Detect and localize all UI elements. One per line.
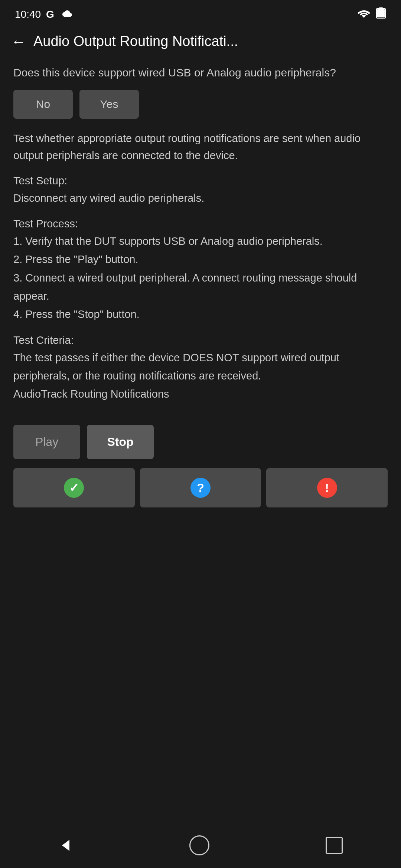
status-left: 10:40 G xyxy=(15,9,73,20)
main-content: Does this device support wired USB or An… xyxy=(0,57,401,825)
toolbar: ← Audio Output Routing Notificati... xyxy=(0,26,401,57)
back-button[interactable]: ← xyxy=(11,34,26,49)
svg-rect-1 xyxy=(379,7,383,9)
description-text: Test whether appropriate output routing … xyxy=(13,130,388,164)
yes-no-buttons: No Yes xyxy=(13,90,388,119)
test-setup-body: Disconnect any wired audio peripherals. xyxy=(13,189,388,207)
fail-button[interactable]: ! xyxy=(266,468,388,507)
action-buttons: Play Stop xyxy=(13,425,388,459)
nav-back-button[interactable] xyxy=(58,838,73,853)
question-text: Does this device support wired USB or An… xyxy=(13,64,388,81)
play-button[interactable]: Play xyxy=(13,425,80,459)
home-circle-icon xyxy=(189,835,209,855)
nav-bar xyxy=(0,825,401,868)
check-icon: ✓ xyxy=(64,478,84,498)
question-icon: ? xyxy=(190,478,211,498)
info-button[interactable]: ? xyxy=(140,468,261,507)
exclaim-icon: ! xyxy=(317,478,337,498)
test-setup-title: Test Setup: xyxy=(13,175,388,187)
stop-button[interactable]: Stop xyxy=(87,425,154,459)
recent-square-icon xyxy=(326,837,343,854)
wifi-icon xyxy=(357,8,371,22)
svg-marker-3 xyxy=(62,840,69,851)
cloud-icon xyxy=(59,9,73,20)
status-right xyxy=(357,7,386,22)
status-bar: 10:40 G xyxy=(0,0,401,26)
test-process-title: Test Process: xyxy=(13,218,388,230)
page-title: Audio Output Routing Notificati... xyxy=(33,33,390,49)
svg-rect-2 xyxy=(377,9,385,17)
time-display: 10:40 xyxy=(15,9,41,20)
battery-icon xyxy=(376,7,386,22)
pass-button[interactable]: ✓ xyxy=(13,468,135,507)
test-criteria-title: Test Criteria: xyxy=(13,334,388,346)
yes-button[interactable]: Yes xyxy=(79,90,139,119)
test-criteria-body: The test passes if either the device DOE… xyxy=(13,349,388,404)
result-buttons: ✓ ? ! xyxy=(13,468,388,507)
nav-home-button[interactable] xyxy=(189,835,209,855)
nav-recent-button[interactable] xyxy=(326,837,343,854)
test-process-body: 1. Verify that the DUT supports USB or A… xyxy=(13,232,388,323)
no-button[interactable]: No xyxy=(13,90,73,119)
google-icon: G xyxy=(46,9,54,20)
